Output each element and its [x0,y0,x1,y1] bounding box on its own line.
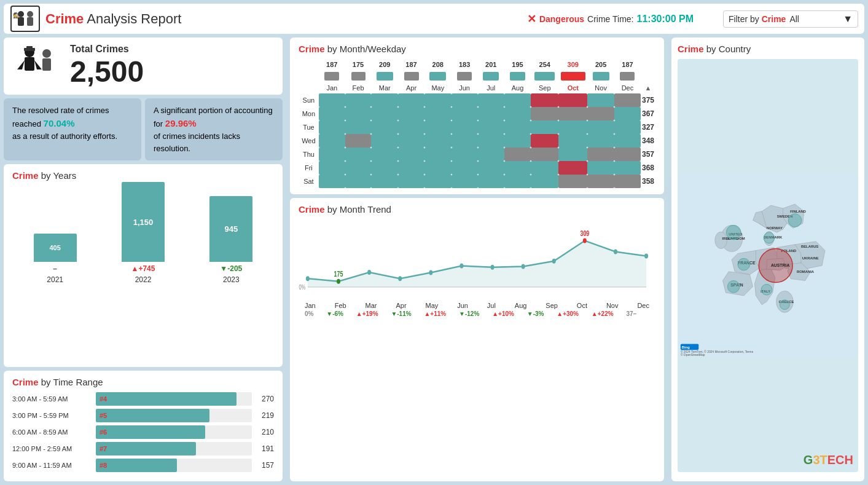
trend-pct: ▼-3% [527,310,544,317]
time-bars: 3:00 AM - 5:59 AM#42703:00 PM - 5:59 PM#… [12,392,274,472]
time-bar-fill: #8 [96,459,177,472]
year-change: ▲+745 [131,264,155,273]
month-count-header: 309 [558,59,587,70]
unresolved-suffix: of crimes incidents lacks resolution. [154,132,240,153]
month-count-header: 175 [345,59,372,70]
month-label: Mar [371,82,398,93]
filter-label: Filter by Crime [729,14,786,24]
stats-row: The resolved rate of crimes reached 70.0… [4,98,283,160]
heat-cell [504,134,531,148]
trend-card: Crime by Month Trend 1753090% JanFebMarA… [290,198,664,481]
time-range-card: Crime by Time Range 3:00 AM - 5:59 AM#42… [4,371,283,481]
month-count-header: 208 [424,59,452,70]
svg-text:BELARUS: BELARUS [801,245,818,248]
svg-text:NORWAY: NORWAY [767,226,783,230]
heatmap-day-row: Sun375 [299,93,655,107]
filter-value: All [789,14,839,24]
time-range-label: 3:00 AM - 5:59 AM [12,395,92,403]
trend-pct: ▲+19% [356,310,378,317]
heat-cell [371,175,398,188]
time-bar-row: 6:00 AM - 8:59 AM#6210 [12,425,274,439]
trend-month-label: Jul [487,302,496,309]
month-bar-header [587,70,614,82]
time-bar-row: 3:00 AM - 5:59 AM#4270 [12,392,274,406]
heat-cell [319,175,345,188]
map-card: Crime by Country [671,37,864,481]
svg-point-65 [727,281,740,293]
heat-cell [531,120,558,134]
day-label: Tue [299,120,319,134]
trend-pct-row: 0%▼-6%▲+19%▼-11%▲+11%▼-12%▲+10%▼-3%▲+30%… [299,309,655,318]
danger-badge: ✕ Dangerous Crime Time: 11:30:00 PM [527,12,694,26]
trend-month-label: Dec [637,302,649,309]
heat-cell [398,134,424,148]
month-bar-header [478,70,504,82]
heat-cell [531,134,558,148]
heat-cell [558,148,587,161]
heat-cell [452,93,478,107]
heat-cell [319,107,345,120]
heat-cell [587,161,614,175]
heat-cell [558,93,587,107]
trend-pct: ▲+22% [592,310,614,317]
heat-cell [587,175,614,188]
right-column: Crime by Country [668,37,864,481]
trend-pct: 37– [626,310,636,317]
heat-cell [531,175,558,188]
heatmap-table: 187175209187208183201195254309205187JanF… [299,59,655,188]
svg-point-4 [27,11,33,17]
filter-dropdown-icon[interactable]: ▼ [843,14,853,25]
svg-rect-7 [25,57,34,71]
heat-cell [614,148,641,161]
trend-pct: 0% [305,310,313,317]
danger-time: 11:30:00 PM [637,14,694,25]
row-total: 367 [641,107,655,120]
heat-cell [478,107,504,120]
heat-cell [371,134,398,148]
time-range-label: 6:00 AM - 8:59 AM [12,428,92,436]
year-label: 2023 [223,275,240,284]
heat-cell [531,161,558,175]
month-bar-header [345,70,372,82]
svg-point-28 [644,253,648,258]
year-label: 2021 [47,275,63,284]
heat-cell [504,93,531,107]
svg-rect-13 [26,46,33,49]
filter-section[interactable]: Filter by Crime All ▼ [723,10,858,28]
svg-point-18 [367,270,371,275]
month-count-header: 187 [614,59,641,70]
resolved-suffix: as a result of authority efforts. [12,132,117,141]
trend-month-label: Feb [335,302,346,309]
trend-pct: ▼-6% [326,310,343,317]
svg-marker-9 [34,60,42,69]
month-bar-header [452,70,478,82]
watermark: G3TECH [803,453,853,467]
heat-cell [424,93,452,107]
heat-cell [424,148,452,161]
time-bar-value: 157 [256,461,274,470]
svg-text:© OpenStreetMap: © OpenStreetMap [681,353,705,357]
total-crimes-info: Total Crimes 2,500 [70,44,274,89]
month-label: Aug [504,82,531,93]
trend-title: Crime by Month Trend [299,204,655,215]
month-label: Jan [319,82,345,93]
time-bar-value: 219 [256,411,274,420]
svg-point-23 [522,264,525,269]
row-total: 375 [641,93,655,107]
svg-point-17 [337,279,340,284]
heatmap-day-row: Thu357 [299,148,655,161]
map-title: Crime by Country [678,44,858,54]
heat-cell [371,93,398,107]
trend-pct: ▼-11% [391,310,411,317]
month-bar-header [504,70,531,82]
heat-cell [478,93,504,107]
month-count-header: 187 [319,59,345,70]
day-label: Thu [299,148,319,161]
trend-pct: ▲+10% [492,310,514,317]
heat-cell [558,161,587,175]
day-label: Wed [299,134,319,148]
heatmap-title: Crime by Month/Weekday [299,44,655,54]
heat-cell [587,107,614,120]
heat-cell [531,93,558,107]
month-count-header: 205 [587,59,614,70]
